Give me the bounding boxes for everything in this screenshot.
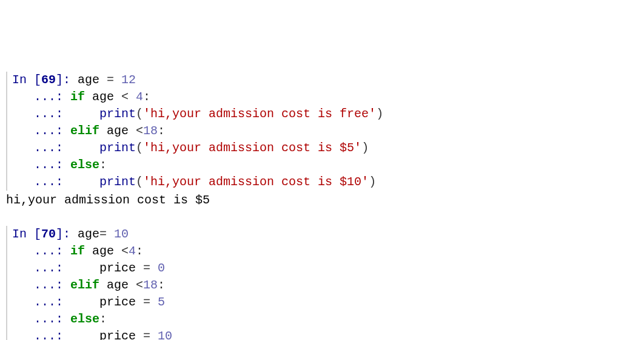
code-token-fn: print <box>99 141 136 155</box>
input-prompt-number: 70 <box>41 227 56 241</box>
code-token-op: ) <box>369 175 376 189</box>
code-line[interactable]: In [69]: age = 12 <box>12 72 642 89</box>
code-token-name: price <box>70 261 143 275</box>
code-cell: In [69]: age = 12 ...: if age < 4: ...: … <box>6 72 642 226</box>
code-line[interactable]: ...: print('hi,your admission cost is fr… <box>12 106 642 123</box>
continuation-prompt: ...: <box>12 278 70 292</box>
cell-output: hi,your admission cost is $5 <box>6 192 642 209</box>
code-token-op: : <box>143 90 150 104</box>
continuation-prompt: ...: <box>12 244 70 258</box>
code-line[interactable]: ...: price = 10 <box>12 328 642 340</box>
code-token-kw: elif <box>70 124 99 138</box>
code-token-op: = <box>143 329 158 340</box>
code-token-name: price <box>70 329 143 340</box>
code-token-name: age <box>78 227 99 241</box>
code-line[interactable]: ...: if age < 4: <box>12 89 642 106</box>
code-token-num: 0 <box>158 261 165 275</box>
code-token-num: 10 <box>158 329 172 340</box>
code-token-str: 'hi,your admission cost is $10' <box>143 175 369 189</box>
input-prompt-number: 69 <box>41 73 56 87</box>
input-prompt-prefix: In [ <box>12 73 41 87</box>
code-token-op: < <box>136 278 143 292</box>
code-token-num: 4 <box>136 90 143 104</box>
code-token-num: 18 <box>143 124 158 138</box>
code-token-kw: if <box>70 244 85 258</box>
code-token-kw: else <box>70 312 99 326</box>
continuation-prompt: ...: <box>12 141 70 155</box>
code-line[interactable]: ...: print('hi,your admission cost is $5… <box>12 140 642 157</box>
input-prompt-prefix: In [ <box>12 227 41 241</box>
code-token-op: : <box>99 312 107 326</box>
code-line[interactable]: ...: price = 0 <box>12 260 642 277</box>
code-token-name <box>70 107 99 121</box>
code-token-op: = <box>143 295 158 309</box>
code-token-op: : <box>158 278 165 292</box>
code-token-op: : <box>99 158 107 172</box>
code-token-name <box>70 175 99 189</box>
code-token-kw: else <box>70 158 99 172</box>
code-line[interactable]: ...: elif age <18: <box>12 123 642 140</box>
code-token-op: ( <box>136 175 143 189</box>
code-line[interactable]: In [70]: age= 10 <box>12 226 642 243</box>
code-token-num: 12 <box>121 73 136 87</box>
code-token-op: ) <box>361 141 369 155</box>
code-token-op: : <box>158 124 165 138</box>
code-cell: In [70]: age= 10 ...: if age <4: ...: pr… <box>6 226 642 340</box>
code-token-op: = <box>99 73 121 87</box>
code-token-num: 4 <box>129 244 136 258</box>
continuation-prompt: ...: <box>12 295 70 309</box>
code-token-kw: elif <box>70 278 99 292</box>
continuation-prompt: ...: <box>12 124 70 138</box>
continuation-prompt: ...: <box>12 261 70 275</box>
code-token-op: ( <box>136 141 143 155</box>
continuation-prompt: ...: <box>12 158 70 172</box>
code-token-str: 'hi,your admission cost is $5' <box>143 141 361 155</box>
continuation-prompt: ...: <box>12 329 70 340</box>
code-token-kw: if <box>70 90 85 104</box>
code-token-fn: print <box>99 175 136 189</box>
code-line[interactable]: ...: print('hi,your admission cost is $1… <box>12 174 642 191</box>
code-token-op: : <box>136 244 143 258</box>
continuation-prompt: ...: <box>12 175 70 189</box>
code-token-op: = <box>143 261 158 275</box>
code-token-name: age <box>99 278 136 292</box>
code-line[interactable]: ...: elif age <18: <box>12 277 642 294</box>
code-token-op: < <box>136 124 143 138</box>
continuation-prompt: ...: <box>12 312 70 326</box>
code-token-name: age <box>85 90 121 104</box>
code-token-name: age <box>78 73 99 87</box>
code-token-name: age <box>85 244 121 258</box>
code-token-op: < <box>121 244 129 258</box>
input-prompt-suffix: ]: <box>56 227 78 241</box>
code-token-name <box>129 90 136 104</box>
code-token-str: 'hi,your admission cost is free' <box>143 107 376 121</box>
code-token-fn: print <box>99 107 136 121</box>
code-token-num: 5 <box>158 295 165 309</box>
code-token-name: age <box>99 124 136 138</box>
code-input-block[interactable]: In [69]: age = 12 ...: if age < 4: ...: … <box>6 72 642 191</box>
code-line[interactable]: ...: else: <box>12 157 642 174</box>
code-token-op: ( <box>136 107 143 121</box>
code-input-block[interactable]: In [70]: age= 10 ...: if age <4: ...: pr… <box>6 226 642 340</box>
code-line[interactable]: ...: else: <box>12 311 642 328</box>
code-token-name: price <box>70 295 143 309</box>
code-token-op: ) <box>376 107 383 121</box>
ipython-console: In [69]: age = 12 ...: if age < 4: ...: … <box>6 72 642 340</box>
input-prompt-suffix: ]: <box>56 73 78 87</box>
code-token-op: = <box>99 227 114 241</box>
code-token-name <box>70 141 99 155</box>
continuation-prompt: ...: <box>12 107 70 121</box>
code-line[interactable]: ...: price = 5 <box>12 294 642 311</box>
code-token-op: < <box>121 90 129 104</box>
continuation-prompt: ...: <box>12 90 70 104</box>
code-token-num: 10 <box>114 227 129 241</box>
code-token-num: 18 <box>143 278 158 292</box>
code-line[interactable]: ...: if age <4: <box>12 243 642 260</box>
cell-spacer <box>6 209 642 226</box>
